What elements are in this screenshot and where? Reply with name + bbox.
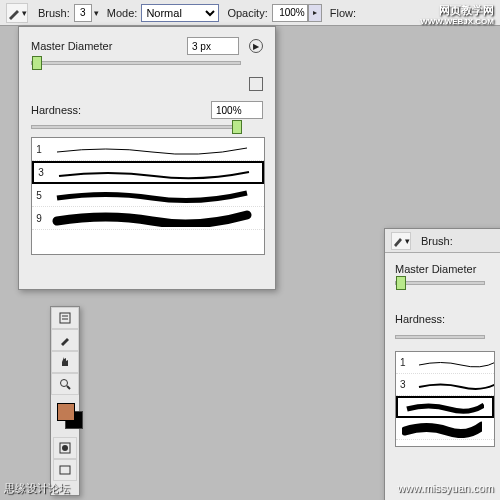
tool-notes-icon[interactable] bbox=[51, 307, 79, 329]
brush-stroke-icon bbox=[416, 376, 494, 394]
svg-line-2 bbox=[67, 386, 70, 389]
brush-stroke-icon bbox=[416, 354, 494, 372]
brush-preset-panel-secondary: ▾ Brush: Master Diameter Hardness: 1 3 bbox=[384, 228, 500, 500]
brush-preset-row[interactable] bbox=[396, 418, 494, 440]
brush-stroke-icon bbox=[54, 164, 254, 182]
brush-stroke-icon bbox=[52, 209, 252, 227]
foreground-color-swatch[interactable] bbox=[57, 403, 75, 421]
brush-preset-row[interactable]: 9 bbox=[32, 207, 264, 230]
svg-point-1 bbox=[61, 380, 68, 387]
brush-preset-row[interactable]: 1 bbox=[396, 352, 494, 374]
brush-tool-icon[interactable]: ▾ bbox=[391, 232, 411, 250]
opacity-label: Opacity: bbox=[227, 7, 267, 19]
play-icon[interactable]: ▶ bbox=[249, 39, 263, 53]
mode-select[interactable]: Normal bbox=[141, 4, 219, 22]
hardness-label: Hardness: bbox=[395, 313, 500, 325]
brush-preset-list: 1 3 5 9 bbox=[31, 137, 265, 255]
brush-size-label: 1 bbox=[32, 144, 46, 155]
brush-preset-row[interactable]: 1 bbox=[32, 138, 264, 161]
brush-preset-row[interactable]: 5 bbox=[32, 184, 264, 207]
master-diameter-label: Master Diameter bbox=[31, 40, 187, 52]
brush-size-label: 3 bbox=[396, 379, 410, 390]
slider-thumb[interactable] bbox=[32, 56, 42, 70]
quickmask-icon[interactable] bbox=[53, 437, 77, 459]
brush-stroke-icon bbox=[52, 140, 252, 158]
hardness-slider[interactable] bbox=[395, 335, 485, 339]
brush-preset-row[interactable] bbox=[396, 396, 494, 418]
watermark-top-right: 网页教学网 WWW.WEBJX.COM bbox=[420, 4, 494, 28]
svg-point-4 bbox=[62, 445, 68, 451]
screenmode-icon[interactable] bbox=[53, 459, 77, 481]
master-diameter-slider[interactable] bbox=[31, 61, 241, 65]
brush-size-label: 5 bbox=[32, 190, 46, 201]
flow-label: Flow: bbox=[330, 7, 356, 19]
tool-eyedropper-icon[interactable] bbox=[51, 329, 79, 351]
chevron-down-icon: ▾ bbox=[22, 8, 27, 18]
svg-rect-0 bbox=[60, 313, 70, 323]
tool-zoom-icon[interactable] bbox=[51, 373, 79, 395]
master-diameter-slider[interactable] bbox=[395, 281, 485, 285]
hardness-input[interactable] bbox=[211, 101, 263, 119]
brush-preset-panel: Master Diameter ▶ Hardness: 1 3 5 9 bbox=[18, 26, 276, 290]
brush-preset-row[interactable]: 3 bbox=[396, 374, 494, 396]
brush-label: Brush: bbox=[38, 7, 70, 19]
brush-stroke-icon bbox=[402, 420, 482, 438]
brush-size-dropdown-icon[interactable]: ▾ bbox=[94, 8, 99, 18]
brush-preset-list: 1 3 bbox=[395, 351, 495, 447]
watermark-bottom-left: 思缘设计论坛 bbox=[4, 481, 70, 496]
master-diameter-input[interactable] bbox=[187, 37, 239, 55]
brush-size-label: 1 bbox=[396, 357, 410, 368]
toolbox bbox=[50, 306, 80, 496]
hardness-slider[interactable] bbox=[31, 125, 241, 129]
brush-size-input[interactable] bbox=[74, 4, 92, 22]
brush-tool-icon[interactable]: ▾ bbox=[6, 3, 28, 23]
brush-stroke-icon bbox=[52, 186, 252, 204]
brush-label: Brush: bbox=[421, 235, 453, 247]
options-bar-secondary: ▾ Brush: bbox=[385, 229, 500, 253]
slider-thumb[interactable] bbox=[396, 276, 406, 290]
mode-label: Mode: bbox=[107, 7, 138, 19]
hardness-label: Hardness: bbox=[31, 104, 211, 116]
chevron-down-icon: ▾ bbox=[405, 236, 410, 246]
new-preset-icon[interactable] bbox=[249, 77, 263, 91]
master-diameter-label: Master Diameter bbox=[395, 263, 500, 275]
opacity-input[interactable] bbox=[272, 4, 308, 22]
brush-size-label: 3 bbox=[34, 167, 48, 178]
brush-preset-row[interactable]: 3 bbox=[32, 161, 264, 184]
watermark-bottom-right: www.missyuan.com bbox=[397, 482, 494, 494]
brush-size-label: 9 bbox=[32, 213, 46, 224]
slider-thumb[interactable] bbox=[232, 120, 242, 134]
opacity-flyout-icon[interactable]: ▸ bbox=[308, 4, 322, 22]
svg-rect-5 bbox=[60, 466, 70, 474]
tool-hand-icon[interactable] bbox=[51, 351, 79, 373]
brush-stroke-icon bbox=[404, 398, 484, 416]
